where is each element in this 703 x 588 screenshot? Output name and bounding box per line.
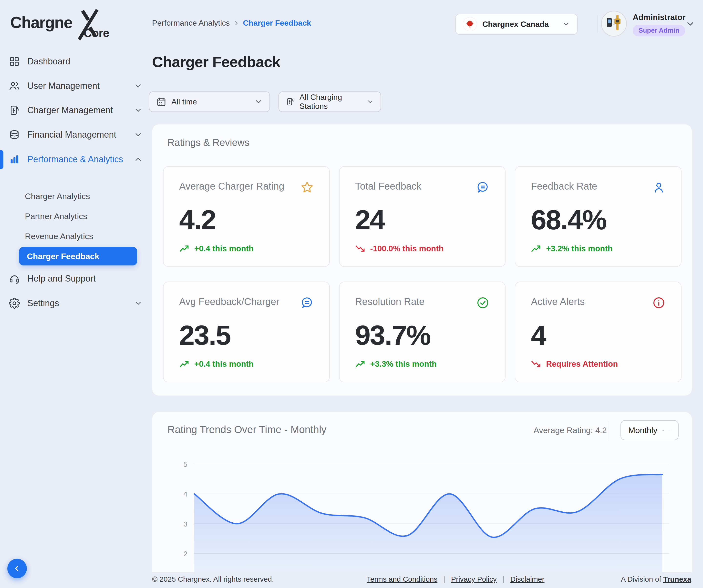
chevron-left-icon — [13, 564, 21, 573]
ev-charger-illustration — [602, 11, 626, 36]
sidebar-item-label: Settings — [27, 298, 59, 309]
stat-card-trend: +0.4 this month — [194, 359, 254, 369]
sidebar-item-label: Performance & Analytics — [27, 154, 123, 164]
stat-card-value: 4.2 — [179, 204, 216, 236]
region-select[interactable]: Chargnex Canada — [456, 14, 577, 35]
bar-chart-icon — [9, 154, 20, 165]
chart-header-divider — [608, 421, 608, 439]
breadcrumb-parent[interactable]: Performance Analytics — [152, 18, 230, 27]
breadcrumb-current[interactable]: Charger Feedback — [243, 18, 311, 27]
trend-up-icon — [355, 360, 366, 368]
stat-card-title: Average Charger Rating — [179, 181, 284, 192]
check-circle-icon — [476, 296, 489, 309]
calendar-icon — [156, 97, 166, 107]
stat-card-value: 68.4% — [531, 204, 606, 236]
avatar[interactable] — [601, 11, 627, 36]
trunexa-link[interactable]: Trunexa — [663, 575, 691, 583]
sidebar-item-performance-analytics[interactable]: Performance & Analytics — [9, 150, 143, 169]
stat-card-value: 24 — [355, 204, 385, 236]
chevron-down-icon[interactable] — [686, 19, 695, 29]
sidebar-item-financial-management[interactable]: Financial Management — [9, 125, 143, 145]
footer: © 2025 Chargnex. All rights reserved. Te… — [0, 572, 703, 588]
person-icon — [652, 181, 666, 194]
gear-icon — [9, 298, 20, 309]
svg-text:5: 5 — [183, 460, 187, 468]
division-prefix: A Division of — [621, 575, 663, 583]
date-range-filter[interactable]: All time — [149, 91, 270, 112]
stat-card-trend: +0.4 this month — [194, 244, 254, 253]
division-text: A Division of Trunexa — [621, 575, 691, 583]
chevron-down-icon — [134, 82, 143, 90]
maple-leaf-icon — [465, 19, 475, 29]
stat-card-title: Resolution Rate — [355, 296, 425, 307]
privacy-link[interactable]: Privacy Policy — [451, 575, 497, 583]
info-circle-icon — [652, 296, 666, 309]
sidebar-item-settings[interactable]: Settings — [9, 293, 143, 313]
ratings-reviews-panel: Ratings & Reviews Average Charger Rating… — [152, 124, 692, 396]
sidebar-item-label: User Management — [27, 81, 100, 91]
topbar-divider — [598, 15, 598, 33]
trend-up-icon — [531, 244, 542, 253]
svg-text:4: 4 — [183, 490, 187, 498]
footer-links: Terms and Conditions | Privacy Policy | … — [367, 575, 544, 583]
stat-card-value: 4 — [531, 319, 546, 351]
trend-down-icon — [531, 360, 542, 368]
station-filter[interactable]: All Charging Stations — [279, 91, 381, 112]
stat-card-trend: +3.3% this month — [370, 359, 437, 369]
sidebar-subitem-partner-analytics[interactable]: Partner Analytics — [25, 208, 87, 224]
date-range-filter-value: All time — [171, 97, 197, 106]
user-menu[interactable]: Administrator Super Admin — [633, 13, 686, 36]
chevron-down-icon — [134, 106, 143, 115]
sidebar-item-dashboard[interactable]: Dashboard — [9, 52, 143, 71]
maple-leaf-badge — [463, 17, 477, 31]
trend-up-icon — [179, 360, 190, 368]
sidebar-item-label: Financial Management — [27, 130, 116, 140]
average-rating-label: Average Rating: 4.2 — [534, 425, 607, 435]
sidebar-item-label: Dashboard — [27, 56, 70, 67]
user-role-badge: Super Admin — [633, 25, 685, 36]
sidebar-item-help-support[interactable]: Help and Support — [9, 269, 143, 288]
region-select-value: Chargnex Canada — [482, 20, 549, 29]
trend-down-icon — [355, 244, 366, 253]
users-icon — [9, 80, 20, 91]
active-nav-indicator — [0, 150, 3, 169]
chevron-right-icon — [233, 20, 239, 26]
chevron-down-icon — [562, 20, 570, 28]
trend-up-icon — [179, 244, 190, 253]
terms-link[interactable]: Terms and Conditions — [367, 575, 438, 583]
charger-icon — [9, 105, 20, 116]
stat-card-title: Feedback Rate — [531, 181, 597, 192]
chevron-down-icon — [134, 299, 143, 308]
sidebar-collapse-button[interactable] — [7, 559, 27, 578]
chevron-down-icon — [367, 98, 374, 106]
svg-text:2: 2 — [183, 550, 187, 558]
sidebar-subitem-charger-feedback[interactable]: Charger Feedback — [19, 247, 137, 265]
rating-trend-chart: 5432 — [169, 459, 670, 572]
stat-card-title: Avg Feedback/Charger — [179, 296, 280, 307]
close-icon[interactable] — [662, 426, 664, 434]
stat-card-value: 93.7% — [355, 319, 431, 351]
sidebar-subitem-label: Charger Analytics — [25, 191, 90, 201]
interval-select[interactable]: Monthly — [621, 420, 679, 440]
sidebar-item-charger-management[interactable]: Charger Management — [9, 100, 143, 120]
brand-name-secondary: Core — [83, 26, 109, 40]
chat-icon — [301, 296, 314, 309]
svg-text:3: 3 — [183, 520, 187, 528]
sidebar-item-user-management[interactable]: User Management — [9, 76, 143, 96]
disclaimer-link[interactable]: Disclaimer — [510, 575, 544, 583]
stat-card-trend: -100.0% this month — [370, 244, 444, 253]
footer-separator: | — [443, 575, 445, 583]
charger-icon — [286, 97, 295, 107]
stat-card-average-rating: Average Charger Rating 4.2 +0.4 this mon… — [163, 166, 330, 267]
rating-trends-card: Rating Trends Over Time - Monthly Averag… — [152, 412, 692, 572]
coins-icon — [9, 129, 20, 140]
chart-title: Rating Trends Over Time - Monthly — [167, 424, 326, 435]
sidebar-subitem-revenue-analytics[interactable]: Revenue Analytics — [25, 229, 93, 244]
stat-card-trend: Requires Attention — [546, 359, 618, 369]
sidebar-subitem-label: Charger Feedback — [27, 252, 99, 261]
sidebar: Chargne Core Dashboard User Management C… — [0, 0, 151, 588]
footer-separator: | — [502, 575, 504, 583]
sidebar-subitem-charger-analytics[interactable]: Charger Analytics — [25, 189, 90, 204]
stat-card-title: Active Alerts — [531, 296, 584, 307]
chevron-down-icon — [669, 426, 671, 434]
